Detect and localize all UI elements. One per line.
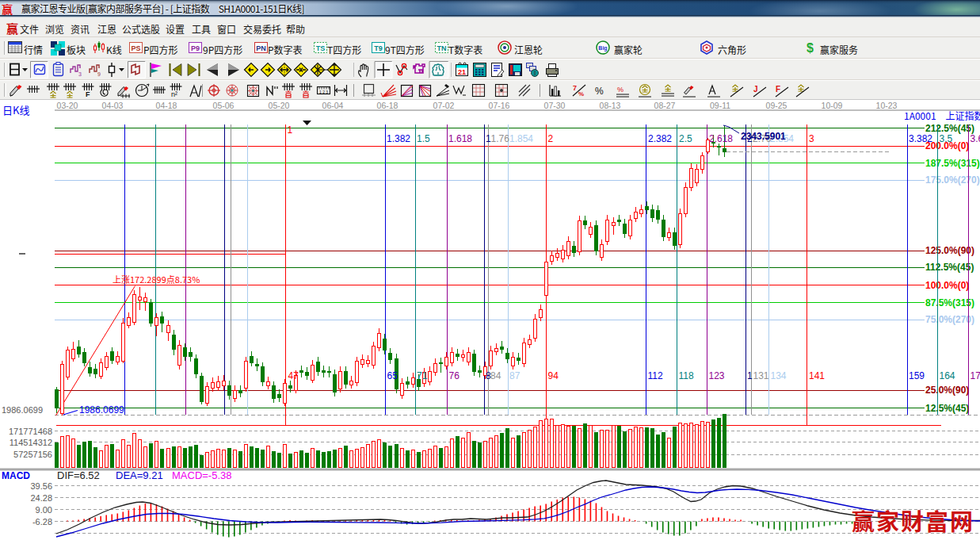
svg-text:3: 3 [78,71,82,77]
svg-text:DEA=9.21: DEA=9.21 [116,469,163,481]
svg-text:1.5: 1.5 [417,133,430,144]
svg-text:上涨172.2899点8.73%: 上涨172.2899点8.73% [112,273,200,285]
svg-text:125.0%(90): 125.0%(90) [925,245,974,256]
svg-text:-6.28: -6.28 [32,517,52,527]
svg-text:$: $ [806,41,814,55]
svg-text:1A0001 上证指数: 1A0001 上证指数 [904,109,980,122]
svg-text:MACD: MACD [2,470,30,481]
svg-text:%: % [595,86,604,97]
svg-text:118: 118 [679,370,694,381]
svg-text:J: J [753,85,758,94]
svg-text:1986.0699: 1986.0699 [2,405,43,415]
svg-text:DIF=6.52: DIF=6.52 [57,469,100,481]
svg-text:212.5%(45): 212.5%(45) [925,123,974,134]
svg-text:2: 2 [548,133,554,144]
svg-text:%: % [578,90,584,98]
svg-text:141: 141 [809,370,825,381]
svg-text:9.00: 9.00 [36,505,52,515]
svg-text:PN: PN [256,44,266,52]
svg-text:25.0%(90): 25.0%(90) [925,385,969,396]
svg-text:09-11: 09-11 [710,101,730,110]
svg-text:3.618: 3.618 [970,133,980,144]
svg-text:1.382: 1.382 [387,133,410,144]
svg-text:159: 159 [909,370,925,381]
svg-text:10-09: 10-09 [822,101,843,110]
svg-text:%: % [617,86,623,94]
svg-text:65: 65 [387,370,398,381]
svg-text:2.5: 2.5 [679,133,692,144]
svg-text:F: F [86,90,90,98]
svg-text:F: F [776,85,780,94]
svg-text:75.0%(270): 75.0%(270) [925,314,974,325]
svg-text:07-16: 07-16 [489,101,510,110]
svg-text:Big: Big [598,45,607,52]
svg-text:1: 1 [288,124,293,136]
svg-text:06-04: 06-04 [322,101,344,110]
svg-text:21: 21 [458,68,466,76]
svg-text:12.5%(45): 12.5%(45) [925,403,969,414]
svg-text:100.0%(0): 100.0%(0) [925,280,969,291]
svg-text:1 2 3: 1 2 3 [319,90,328,94]
svg-text:07-02: 07-02 [433,101,455,110]
svg-text:87.5%(315): 87.5%(315) [925,297,974,308]
svg-text:日K线: 日K线 [2,102,29,117]
svg-text:1: 1 [747,370,753,381]
svg-text:187.5%(315): 187.5%(315) [925,158,980,169]
svg-text:2343.5901: 2343.5901 [741,131,786,142]
svg-text:57257156: 57257156 [13,450,52,459]
svg-text:1.618: 1.618 [448,133,472,144]
svg-text:164: 164 [940,370,955,381]
svg-text:39.56: 39.56 [30,481,52,491]
svg-text:170: 170 [970,370,980,381]
svg-text:08-13: 08-13 [600,101,621,110]
svg-text:87: 87 [509,370,521,381]
svg-text:71: 71 [417,370,428,381]
svg-text:134: 134 [771,370,787,381]
svg-text:08-27: 08-27 [654,101,676,110]
svg-text:MACD=-5.38: MACD=-5.38 [172,469,232,481]
svg-text:03-20: 03-20 [57,101,78,110]
svg-text:PS: PS [131,44,140,52]
svg-text:47: 47 [288,370,299,381]
svg-text:05-20: 05-20 [269,101,290,110]
svg-text:123: 123 [709,370,725,381]
svg-text:76: 76 [449,370,460,381]
svg-text:2.618: 2.618 [709,133,733,144]
svg-text:84: 84 [490,370,501,381]
svg-text:9: 9 [97,71,101,77]
svg-text:3.382: 3.382 [909,133,932,144]
svg-text:3: 3 [809,133,814,144]
svg-text:10-23: 10-23 [876,101,898,110]
svg-text:09-25: 09-25 [766,101,787,110]
svg-text:112: 112 [648,370,663,381]
svg-text:1986.0699: 1986.0699 [79,404,124,416]
svg-text:171771468: 171771468 [9,427,52,436]
svg-text:131: 131 [753,370,769,381]
svg-text:1.76: 1.76 [491,133,510,144]
svg-text:3.5: 3.5 [940,133,953,144]
svg-text:175.0%(270): 175.0%(270) [925,174,980,186]
svg-text:n²: n² [171,90,177,98]
svg-text:P9: P9 [191,44,200,52]
svg-text:05-06: 05-06 [213,101,235,110]
svg-text:94: 94 [548,370,559,381]
svg-text:04-18: 04-18 [156,101,177,110]
svg-text:T9: T9 [374,44,383,52]
svg-text:112.5%(45): 112.5%(45) [925,262,974,273]
svg-text:TN: TN [437,44,447,52]
svg-text:07-30: 07-30 [544,101,566,110]
svg-text:赢家财富网: 赢家财富网 [852,504,974,537]
svg-text:24.28: 24.28 [30,493,52,503]
svg-text:TS: TS [316,44,326,52]
svg-text:06-18: 06-18 [377,101,398,110]
svg-text:1.854: 1.854 [509,133,533,144]
svg-text:04-03: 04-03 [102,101,124,110]
svg-text:114514312: 114514312 [10,438,52,447]
svg-text:2.382: 2.382 [648,133,672,144]
svg-text:7: 7 [573,84,577,92]
